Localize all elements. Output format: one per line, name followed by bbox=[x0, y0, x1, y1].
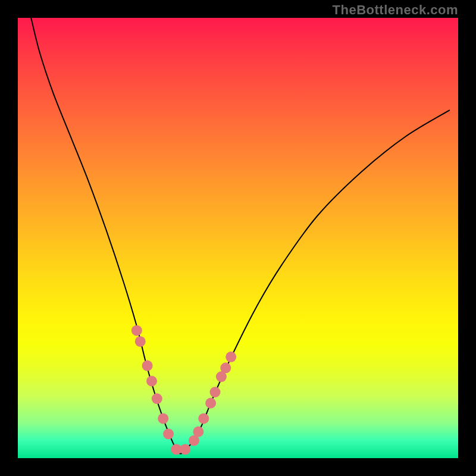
highlight-dot bbox=[163, 428, 174, 439]
highlight-dot bbox=[193, 427, 203, 437]
highlight-dots-group bbox=[131, 325, 236, 455]
highlight-dot bbox=[198, 413, 209, 424]
highlight-dot bbox=[135, 336, 146, 347]
plot-area bbox=[18, 18, 458, 458]
chart-frame: TheBottleneck.com bbox=[0, 0, 476, 476]
bottleneck-curve-path bbox=[31, 18, 449, 454]
watermark-text: TheBottleneck.com bbox=[333, 2, 458, 18]
highlight-dot bbox=[158, 413, 168, 424]
highlight-dot bbox=[220, 362, 231, 373]
highlight-dot bbox=[180, 444, 190, 455]
highlight-dot bbox=[146, 376, 157, 387]
highlight-dot bbox=[210, 387, 221, 397]
highlight-dot bbox=[142, 361, 153, 371]
highlight-dot bbox=[152, 393, 162, 404]
highlight-dot bbox=[226, 352, 236, 362]
highlight-dot bbox=[131, 325, 142, 336]
curve-svg bbox=[18, 18, 458, 458]
highlight-dot bbox=[205, 398, 216, 409]
